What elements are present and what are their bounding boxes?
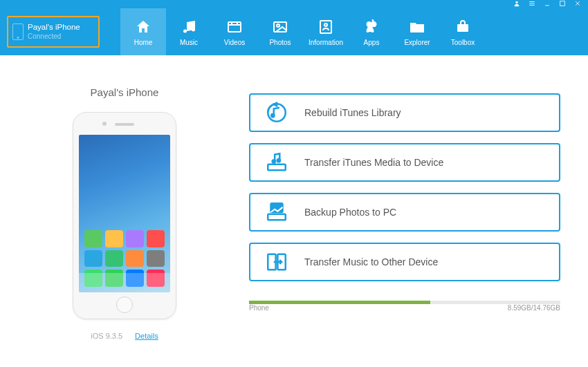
transfer-media-icon [264, 150, 289, 175]
device-text: Payal's iPhone Connected [28, 23, 80, 41]
nav-label: Apps [364, 39, 380, 46]
phone-speaker [115, 123, 134, 126]
explorer-icon [409, 18, 425, 36]
nav-music[interactable]: Music [166, 8, 212, 55]
phone-meta: iOS 9.3.5 Details [91, 332, 158, 340]
storage-values: 8.59GB/14.76GB [508, 304, 560, 312]
storage-label: Phone [249, 304, 269, 312]
svg-point-0 [515, 1, 517, 3]
nav-photos[interactable]: Photos [257, 8, 303, 55]
svg-rect-22 [268, 164, 286, 171]
nav-label: Home [134, 39, 153, 46]
apps-icon [363, 18, 380, 36]
nav-label: Explorer [404, 39, 430, 46]
svg-point-15 [277, 24, 279, 27]
nav-label: Toolbox [451, 39, 475, 46]
menu-icon[interactable] [529, 0, 535, 8]
app-icon [147, 250, 165, 267]
phone-dock [79, 273, 170, 292]
action-backup-photos[interactable]: Backup Photos to PC [249, 193, 560, 232]
nav-label: Music [180, 39, 198, 46]
actions-pane: Rebuild iTunes Library Transfer iTunes M… [249, 55, 588, 367]
storage-fill [249, 301, 430, 304]
phone-title: Payal's iPhone [91, 86, 159, 98]
user-icon[interactable] [513, 0, 520, 8]
minimize-icon[interactable] [544, 0, 551, 8]
nav-label: Videos [224, 39, 245, 46]
svg-point-27 [274, 207, 276, 209]
phone-mockup [73, 112, 176, 319]
nav-toolbox[interactable]: Toolbox [440, 8, 486, 55]
close-icon[interactable] [574, 0, 581, 8]
nav-label: Photos [269, 39, 291, 46]
phone-camera-dot [102, 122, 107, 126]
toolbox-icon [454, 18, 471, 36]
action-label: Transfer Music to Other Device [304, 256, 438, 267]
svg-rect-14 [274, 22, 286, 32]
svg-point-24 [277, 159, 280, 162]
storage-section: Phone 8.59GB/14.76GB [249, 301, 560, 312]
nav-explorer[interactable]: Explorer [394, 8, 440, 55]
backup-photos-icon [264, 200, 289, 225]
top-bar: Payal's iPhone Connected Home Music Vide… [0, 8, 588, 55]
main-nav: Home Music Videos Photos Information App… [120, 8, 486, 55]
svg-rect-10 [228, 22, 241, 32]
svg-point-8 [183, 29, 187, 32]
svg-rect-25 [268, 214, 286, 220]
os-version: iOS 9.3.5 [91, 332, 122, 340]
app-icon [84, 230, 102, 247]
rebuild-icon [264, 100, 289, 125]
app-icon [105, 250, 123, 267]
storage-bar [249, 301, 560, 304]
phone-icon [12, 23, 24, 40]
device-status: Connected [28, 32, 80, 41]
maximize-icon[interactable] [559, 0, 566, 8]
nav-home[interactable]: Home [120, 8, 166, 55]
svg-point-23 [273, 160, 275, 162]
videos-icon [226, 18, 243, 36]
action-rebuild-itunes[interactable]: Rebuild iTunes Library [249, 93, 560, 132]
nav-videos[interactable]: Videos [212, 8, 257, 55]
svg-point-21 [271, 114, 274, 117]
phone-screen [79, 135, 170, 292]
device-preview-pane: Payal's iPhone iOS 9.3.5 Details [0, 55, 249, 367]
details-link[interactable]: Details [135, 332, 158, 340]
action-transfer-music[interactable]: Transfer Music to Other Device [249, 243, 560, 281]
nav-apps[interactable]: Apps [349, 8, 394, 55]
window-titlebar [0, 0, 588, 8]
music-icon [181, 18, 197, 36]
storage-header: Phone 8.59GB/14.76GB [249, 304, 560, 312]
nav-label: Information [309, 39, 343, 46]
app-icon [84, 250, 102, 267]
app-icon [126, 250, 144, 267]
action-label: Backup Photos to PC [304, 207, 396, 218]
information-icon [318, 18, 334, 36]
svg-point-9 [192, 28, 195, 31]
phone-home-button [116, 297, 133, 313]
photos-icon [272, 18, 288, 36]
app-icon [126, 230, 144, 247]
nav-information[interactable]: Information [303, 8, 349, 55]
svg-rect-19 [457, 24, 468, 32]
svg-point-17 [324, 23, 327, 26]
connected-device-box[interactable]: Payal's iPhone Connected [7, 16, 100, 48]
svg-rect-5 [560, 1, 565, 6]
device-name: Payal's iPhone [28, 23, 80, 32]
action-transfer-media[interactable]: Transfer iTunes Media to Device [249, 143, 560, 182]
action-label: Transfer iTunes Media to Device [304, 157, 443, 168]
home-icon [135, 18, 151, 36]
app-icon [105, 230, 123, 247]
action-label: Rebuild iTunes Library [304, 107, 401, 118]
main-content: Payal's iPhone iOS 9.3.5 Details Rebuild… [0, 55, 588, 367]
app-icon [147, 230, 165, 247]
transfer-music-icon [264, 250, 289, 274]
